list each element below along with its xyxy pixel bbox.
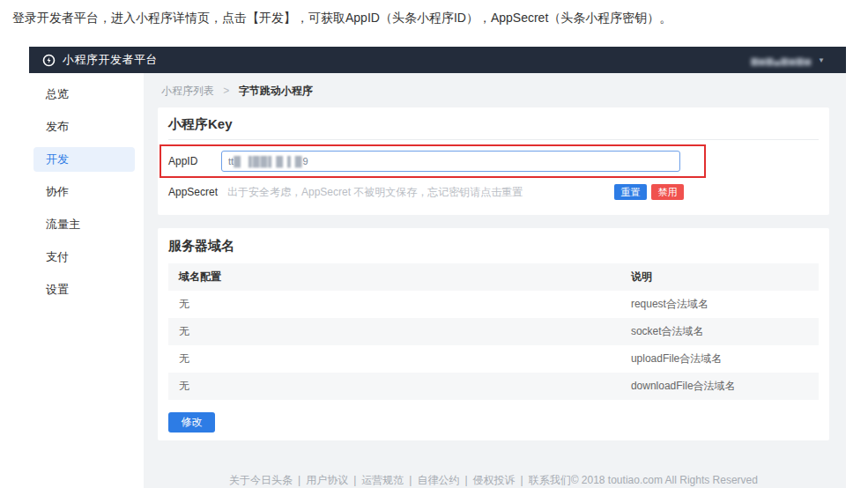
request-domain-value: 无 — [168, 291, 620, 318]
app-window: 小程序开发者平台 ▆▅▆▄▆▅▆▅ ▼ 总览 发布 开发 协作 流量主 支付 设… — [29, 47, 846, 488]
footer-separator: | — [298, 474, 300, 486]
miniapp-key-card: 小程序Key AppID tt █ ▐██▌█ ▌█ 9 AppSecret 出… — [158, 107, 829, 215]
appid-label: AppID — [168, 155, 221, 167]
footer-link-contact[interactable]: 联系我们 — [529, 474, 571, 486]
appid-value-suffix: 9 — [303, 156, 308, 166]
appsecret-label: AppSecret — [168, 186, 221, 198]
table-row-socket: 无 socket合法域名 — [168, 318, 819, 345]
uploadfile-domain-desc: uploadFile合法域名 — [620, 345, 819, 373]
sidebar-item-collaboration[interactable]: 协作 — [33, 180, 135, 204]
uploadfile-domain-value: 无 — [168, 345, 620, 373]
footer-copyright: © 2018 toutiao.com All Rights Reserved — [571, 474, 758, 486]
miniapp-logo-icon — [42, 54, 56, 67]
breadcrumb-separator: > — [223, 85, 229, 97]
appsecret-row: AppSecret 出于安全考虑，AppSecret 不被明文保存，忘记密钥请点… — [168, 179, 819, 205]
platform-title: 小程序开发者平台 — [63, 52, 158, 68]
domain-table: 域名配置 说明 无 request合法域名 无 socket合法域名 — [168, 263, 819, 400]
modify-domain-button[interactable]: 修改 — [168, 412, 215, 433]
sidebar-item-settings[interactable]: 设置 — [33, 277, 135, 302]
footer-link-infringement[interactable]: 侵权投诉 — [473, 474, 516, 486]
username-masked: ▆▅▆▄▆▅▆▅ — [751, 55, 812, 65]
server-domain-card: 服务器域名 域名配置 说明 无 request合法域名 — [158, 228, 829, 440]
appid-value-masked: █ ▐██▌█ ▌█ — [234, 156, 302, 166]
instruction-text: 登录开发者平台，进入小程序详情页，点击【开发】，可获取AppID（头条小程序ID… — [0, 0, 868, 47]
request-domain-desc: request合法域名 — [620, 291, 819, 318]
footer-link-operation-rules[interactable]: 运营规范 — [361, 474, 404, 486]
domain-table-header-row: 域名配置 说明 — [168, 263, 819, 291]
domain-section-title: 服务器域名 — [168, 239, 819, 253]
sidebar-nav: 总览 发布 开发 协作 流量主 支付 设置 — [29, 73, 144, 488]
sidebar-item-payment[interactable]: 支付 — [33, 245, 135, 270]
downloadfile-domain-value: 无 — [168, 373, 620, 400]
key-section-title: 小程序Key — [168, 117, 819, 140]
footer-separator: | — [464, 474, 467, 486]
breadcrumb-current: 字节跳动小程序 — [239, 85, 313, 97]
sidebar-item-traffic[interactable]: 流量主 — [33, 212, 135, 237]
main-content: 小程序列表 > 字节跳动小程序 小程序Key AppID tt █ ▐██▌█ … — [144, 73, 846, 488]
sidebar-item-publish[interactable]: 发布 — [33, 115, 135, 139]
top-navbar: 小程序开发者平台 ▆▅▆▄▆▅▆▅ ▼ — [29, 47, 846, 73]
page-footer: 关于今日头条|用户协议|运营规范|自律公约|侵权投诉|联系我们© 2018 to… — [158, 440, 829, 488]
domain-desc-header: 说明 — [620, 263, 819, 291]
socket-domain-value: 无 — [168, 318, 620, 345]
appid-row: AppID tt █ ▐██▌█ ▌█ 9 — [168, 145, 819, 177]
table-row-request: 无 request合法域名 — [168, 291, 819, 318]
socket-domain-desc: socket合法域名 — [620, 318, 819, 345]
sidebar-item-develop[interactable]: 开发 — [33, 147, 135, 172]
appsecret-placeholder: 出于安全考虑，AppSecret 不被明文保存，忘记密钥请点击重置 — [221, 185, 609, 200]
table-row-uploadfile: 无 uploadFile合法域名 — [168, 345, 819, 373]
table-row-downloadfile: 无 downloadFile合法域名 — [168, 373, 819, 400]
sidebar-item-overview[interactable]: 总览 — [33, 82, 135, 107]
breadcrumb-miniapp-list[interactable]: 小程序列表 — [161, 85, 214, 97]
chevron-down-icon: ▼ — [818, 56, 825, 64]
domain-config-header: 域名配置 — [168, 263, 620, 291]
footer-link-user-agreement[interactable]: 用户协议 — [306, 474, 348, 486]
downloadfile-domain-desc: downloadFile合法域名 — [620, 373, 819, 400]
footer-separator: | — [353, 474, 356, 486]
footer-separator: | — [409, 474, 412, 486]
user-menu[interactable]: ▆▅▆▄▆▅▆▅ ▼ — [751, 55, 825, 65]
footer-link-about[interactable]: 关于今日头条 — [229, 474, 293, 486]
footer-link-self-discipline[interactable]: 自律公约 — [417, 474, 459, 486]
breadcrumb: 小程序列表 > 字节跳动小程序 — [158, 73, 829, 107]
disable-secret-button[interactable]: 禁用 — [651, 184, 684, 200]
reset-secret-button[interactable]: 重置 — [614, 184, 647, 200]
appid-input[interactable]: tt █ ▐██▌█ ▌█ 9 — [221, 151, 680, 172]
footer-separator: | — [521, 474, 523, 486]
